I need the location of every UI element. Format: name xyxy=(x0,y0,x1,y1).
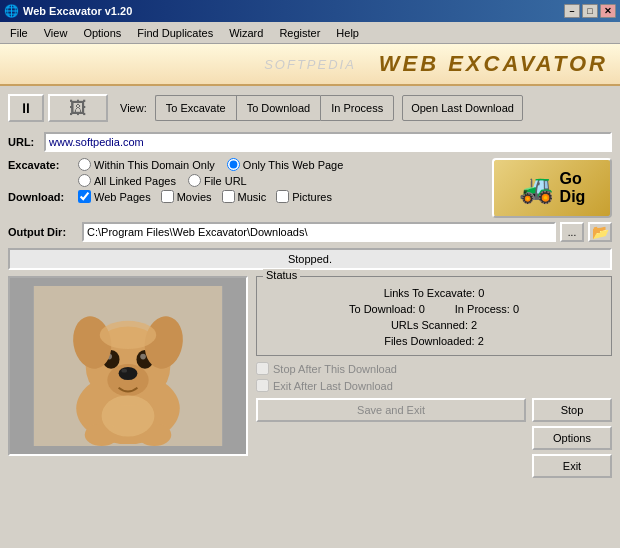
url-input[interactable] xyxy=(44,132,612,152)
save-exit-button[interactable]: Save and Exit xyxy=(256,398,526,422)
bottom-section: Status Links To Excavate: 0 To Download:… xyxy=(8,276,612,478)
title-buttons: – □ ✕ xyxy=(564,4,616,18)
browse-button[interactable]: ... xyxy=(560,222,584,242)
download-inprocess-status: To Download: 0 In Process: 0 xyxy=(265,303,603,315)
menu-view[interactable]: View xyxy=(38,25,74,41)
svg-point-11 xyxy=(140,354,146,360)
excavate-label: Excavate: xyxy=(8,159,78,171)
file-url-radio[interactable] xyxy=(188,174,201,187)
maximize-button[interactable]: □ xyxy=(582,4,598,18)
puppy-image xyxy=(28,286,228,446)
excavate-file-url[interactable]: File URL xyxy=(188,174,247,187)
svg-point-17 xyxy=(102,395,155,436)
minimize-button[interactable]: – xyxy=(564,4,580,18)
action-right: Stop Options Exit xyxy=(532,398,612,478)
movies-checkbox[interactable] xyxy=(161,190,174,203)
to-download-status: To Download: 0 xyxy=(349,303,425,315)
svg-point-14 xyxy=(100,321,156,349)
web-pages-checkbox[interactable] xyxy=(78,190,91,203)
stop-after-check: Stop After This Download xyxy=(256,362,612,375)
urls-scanned-status: URLs Scanned: 2 xyxy=(265,319,603,331)
pictures-checkbox[interactable] xyxy=(276,190,289,203)
close-button[interactable]: ✕ xyxy=(600,4,616,18)
status-group-label: Status xyxy=(263,269,300,281)
svg-point-7 xyxy=(121,369,127,373)
excavator-icon: 🚜 xyxy=(519,172,554,205)
open-last-download-button[interactable]: Open Last Download xyxy=(402,95,523,121)
in-process-status: In Process: 0 xyxy=(455,303,519,315)
options-row: Excavate: Within This Domain Only Only T… xyxy=(8,158,612,218)
menu-find-duplicates[interactable]: Find Duplicates xyxy=(131,25,219,41)
options-left: Excavate: Within This Domain Only Only T… xyxy=(8,158,492,218)
urls-scanned: URLs Scanned: 2 xyxy=(391,319,477,331)
go-dig-label: GoDig xyxy=(560,170,586,205)
url-label: URL: xyxy=(8,136,38,148)
files-downloaded: Files Downloaded: 2 xyxy=(384,335,484,347)
controls-section: Stop After This Download Exit After Last… xyxy=(256,362,612,392)
right-panel: Status Links To Excavate: 0 To Download:… xyxy=(256,276,612,478)
movies-label: Movies xyxy=(177,191,212,203)
menu-options[interactable]: Options xyxy=(77,25,127,41)
options-button[interactable]: Options xyxy=(532,426,612,450)
exit-after-checkbox xyxy=(256,379,269,392)
only-page-radio[interactable] xyxy=(227,158,240,171)
excavate-within-domain[interactable]: Within This Domain Only xyxy=(78,158,215,171)
stop-after-label: Stop After This Download xyxy=(273,363,397,375)
output-dir-input[interactable] xyxy=(82,222,556,242)
excavate-row: Excavate: Within This Domain Only Only T… xyxy=(8,158,492,171)
url-row: URL: xyxy=(8,132,612,152)
pause-button[interactable]: ⏸ xyxy=(8,94,44,122)
status-bar: Stopped. xyxy=(8,248,612,270)
download-web-pages[interactable]: Web Pages xyxy=(78,190,151,203)
download-music[interactable]: Music xyxy=(222,190,267,203)
view-tabs: To Excavate To Download In Process xyxy=(155,95,394,121)
all-linked-radio[interactable] xyxy=(78,174,91,187)
exit-after-label: Exit After Last Download xyxy=(273,380,393,392)
action-left: Save and Exit xyxy=(256,398,526,422)
links-status: Links To Excavate: 0 xyxy=(265,287,603,299)
download-pictures[interactable]: Pictures xyxy=(276,190,332,203)
excavate-only-page[interactable]: Only This Web Page xyxy=(227,158,343,171)
app-icon: 🌐 xyxy=(4,4,19,18)
tab-to-excavate[interactable]: To Excavate xyxy=(155,95,236,121)
menu-help[interactable]: Help xyxy=(330,25,365,41)
menu-bar: File View Options Find Duplicates Wizard… xyxy=(0,22,620,44)
music-checkbox[interactable] xyxy=(222,190,235,203)
image-button[interactable]: 🖼 xyxy=(48,94,108,122)
download-row: Download: Web Pages Movies Music Picture… xyxy=(8,190,492,203)
download-movies[interactable]: Movies xyxy=(161,190,212,203)
output-row: Output Dir: ... 📂 xyxy=(8,222,612,242)
within-domain-radio[interactable] xyxy=(78,158,91,171)
menu-wizard[interactable]: Wizard xyxy=(223,25,269,41)
tab-to-download[interactable]: To Download xyxy=(236,95,321,121)
download-label: Download: xyxy=(8,191,78,203)
music-label: Music xyxy=(238,191,267,203)
preview-area xyxy=(8,276,248,456)
open-folder-button[interactable]: 📂 xyxy=(588,222,612,242)
title-text: Web Excavator v1.20 xyxy=(23,5,132,17)
excavate-row-2: All Linked Pages File URL xyxy=(78,174,492,187)
toolbar-row: ⏸ 🖼 View: To Excavate To Download In Pro… xyxy=(8,90,612,126)
status-group: Status Links To Excavate: 0 To Download:… xyxy=(256,276,612,356)
excavate-all-linked[interactable]: All Linked Pages xyxy=(78,174,176,187)
all-linked-label: All Linked Pages xyxy=(94,175,176,187)
stop-button[interactable]: Stop xyxy=(532,398,612,422)
brand-banner: SOFTPEDIA WEB EXCAVATOR xyxy=(0,44,620,86)
softpedia-watermark: SOFTPEDIA xyxy=(264,57,356,72)
pictures-label: Pictures xyxy=(292,191,332,203)
menu-file[interactable]: File xyxy=(4,25,34,41)
window-body: ⏸ 🖼 View: To Excavate To Download In Pro… xyxy=(0,86,620,482)
output-label: Output Dir: xyxy=(8,226,78,238)
files-downloaded-status: Files Downloaded: 2 xyxy=(265,335,603,347)
exit-button[interactable]: Exit xyxy=(532,454,612,478)
view-label: View: xyxy=(120,102,147,114)
links-to-excavate: Links To Excavate: 0 xyxy=(384,287,485,299)
within-domain-label: Within This Domain Only xyxy=(94,159,215,171)
stop-after-checkbox xyxy=(256,362,269,375)
action-buttons-row: Save and Exit Stop Options Exit xyxy=(256,398,612,478)
svg-point-6 xyxy=(119,367,138,380)
web-pages-label: Web Pages xyxy=(94,191,151,203)
tab-in-process[interactable]: In Process xyxy=(320,95,394,121)
menu-register[interactable]: Register xyxy=(273,25,326,41)
go-dig-button[interactable]: 🚜 GoDig xyxy=(492,158,612,218)
